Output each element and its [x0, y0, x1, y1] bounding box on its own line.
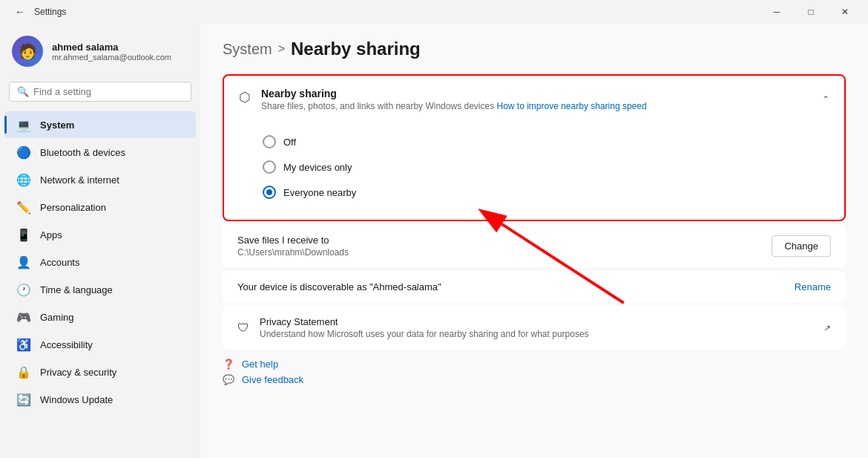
- privacy-text-block: Privacy Statement Understand how Microso…: [260, 316, 589, 339]
- content-wrapper: System > Nearby sharing ⬡ Nearby sharing…: [223, 39, 846, 391]
- nav-icon-system: 💻: [16, 117, 31, 132]
- feedback-icon: 💬: [223, 374, 234, 385]
- nearby-sharing-options: Off My devices only Everyone nearby: [224, 123, 844, 220]
- privacy-title: Privacy Statement: [260, 316, 589, 327]
- sidebar-item-bluetooth[interactable]: 🔵Bluetooth & devices: [4, 139, 196, 166]
- sidebar-item-apps[interactable]: 📱Apps: [4, 221, 196, 248]
- search-input[interactable]: [33, 86, 183, 97]
- sidebar: 🧑 ahmed salama mr.ahmed_salama@outlook.c…: [0, 24, 200, 458]
- nav-label-system: System: [40, 120, 74, 131]
- minimize-button[interactable]: ─: [760, 0, 794, 24]
- nav-icon-privacy: 🔒: [16, 364, 31, 379]
- window-controls: ─ □ ✕: [760, 0, 862, 24]
- nav-icon-accounts: 👤: [16, 255, 31, 269]
- sidebar-item-accessibility[interactable]: ♿Accessibility: [4, 331, 196, 358]
- radio-option-off[interactable]: Off: [263, 129, 829, 154]
- radio-circle-everyone: [263, 186, 276, 199]
- sidebar-item-system[interactable]: 💻System: [4, 111, 196, 138]
- nav-label-network: Network & internet: [40, 174, 119, 186]
- give-feedback-link[interactable]: 💬 Give feedback: [223, 374, 846, 385]
- radio-option-everyone[interactable]: Everyone nearby: [263, 180, 829, 205]
- nav-label-accessibility: Accessibility: [40, 339, 93, 350]
- save-files-right: Change: [772, 235, 831, 257]
- nav-label-accounts: Accounts: [40, 257, 79, 268]
- back-button[interactable]: ←: [12, 3, 28, 21]
- nav-container: 💻System🔵Bluetooth & devices🌐Network & in…: [0, 111, 200, 413]
- profile-email: mr.ahmed_salama@outlook.com: [52, 53, 171, 62]
- help-icon: ❓: [223, 359, 234, 370]
- main-layout: 🧑 ahmed salama mr.ahmed_salama@outlook.c…: [0, 24, 868, 458]
- footer-links: ❓ Get help 💬 Give feedback: [223, 353, 846, 391]
- radio-label-my-devices: My devices only: [283, 162, 352, 173]
- nav-label-gaming: Gaming: [40, 312, 74, 323]
- avatar: 🧑: [12, 36, 43, 67]
- nav-label-privacy: Privacy & security: [40, 367, 116, 378]
- nav-icon-network: 🌐: [16, 172, 31, 187]
- radio-circle-off: [263, 135, 276, 148]
- nav-icon-time: 🕐: [16, 282, 31, 297]
- change-button[interactable]: Change: [772, 235, 831, 257]
- nav-label-personalization: Personalization: [40, 202, 106, 213]
- rename-link[interactable]: Rename: [795, 281, 831, 292]
- nav-label-windows-update: Windows Update: [40, 394, 113, 405]
- app-title: Settings: [34, 7, 66, 17]
- shield-icon: 🛡: [237, 321, 249, 335]
- nearby-sharing-card: ⬡ Nearby sharing Share files, photos, an…: [223, 74, 846, 221]
- nav-icon-apps: 📱: [16, 227, 31, 242]
- sharing-icon: ⬡: [239, 89, 251, 105]
- sidebar-item-accounts[interactable]: 👤Accounts: [4, 249, 196, 275]
- nav-icon-gaming: 🎮: [16, 310, 31, 324]
- close-button[interactable]: ✕: [828, 0, 862, 24]
- sidebar-item-network[interactable]: 🌐Network & internet: [4, 166, 196, 193]
- sidebar-item-time[interactable]: 🕐Time & language: [4, 276, 196, 303]
- card-header-left: ⬡ Nearby sharing Share files, photos, an…: [239, 88, 647, 111]
- content-area: System > Nearby sharing ⬡ Nearby sharing…: [200, 24, 868, 458]
- nearby-sharing-subtitle: Share files, photos, and links with near…: [261, 101, 647, 111]
- device-name-text: Your device is discoverable as "Ahmed-sa…: [237, 281, 441, 292]
- nav-label-bluetooth: Bluetooth & devices: [40, 147, 125, 158]
- sidebar-item-gaming[interactable]: 🎮Gaming: [4, 304, 196, 330]
- breadcrumb: System > Nearby sharing: [223, 39, 846, 59]
- sidebar-item-personalization[interactable]: ✏️Personalization: [4, 194, 196, 220]
- maximize-button[interactable]: □: [794, 0, 828, 24]
- save-files-left: Save files I receive to C:\Users\mrahm\D…: [237, 235, 349, 258]
- search-box[interactable]: 🔍: [9, 82, 191, 102]
- privacy-left: 🛡 Privacy Statement Understand how Micro…: [237, 316, 589, 339]
- profile-info: ahmed salama mr.ahmed_salama@outlook.com: [52, 42, 171, 62]
- improve-speed-link[interactable]: How to improve nearby sharing speed: [497, 101, 647, 111]
- breadcrumb-sep: >: [278, 42, 285, 56]
- external-link-icon[interactable]: ↗: [823, 323, 831, 333]
- search-icon: 🔍: [17, 86, 29, 97]
- card-title-block: Nearby sharing Share files, photos, and …: [261, 88, 647, 111]
- nav-icon-windows-update: 🔄: [16, 392, 31, 407]
- radio-label-off: Off: [283, 137, 296, 148]
- sidebar-item-privacy[interactable]: 🔒Privacy & security: [4, 359, 196, 385]
- nav-icon-bluetooth: 🔵: [16, 145, 31, 160]
- profile-section: 🧑 ahmed salama mr.ahmed_salama@outlook.c…: [0, 30, 200, 79]
- nearby-sharing-header: ⬡ Nearby sharing Share files, photos, an…: [224, 76, 844, 123]
- device-name-row: Your device is discoverable as "Ahmed-sa…: [223, 271, 846, 303]
- breadcrumb-current: Nearby sharing: [291, 39, 421, 59]
- nearby-sharing-title: Nearby sharing: [261, 88, 647, 99]
- nav-label-apps: Apps: [40, 229, 62, 241]
- nav-icon-accessibility: ♿: [16, 337, 31, 352]
- privacy-row: 🛡 Privacy Statement Understand how Micro…: [223, 306, 846, 350]
- save-files-title: Save files I receive to: [237, 235, 349, 246]
- get-help-link[interactable]: ❓ Get help: [223, 359, 846, 370]
- radio-label-everyone: Everyone nearby: [283, 187, 356, 198]
- radio-option-my-devices[interactable]: My devices only: [263, 154, 829, 180]
- profile-name: ahmed salama: [52, 42, 171, 53]
- sidebar-item-windows-update[interactable]: 🔄Windows Update: [4, 386, 196, 413]
- card-chevron-icon[interactable]: ⌃: [822, 94, 829, 105]
- radio-circle-my-devices: [263, 160, 276, 174]
- breadcrumb-parent: System: [223, 41, 272, 58]
- nav-label-time: Time & language: [40, 284, 113, 295]
- save-files-path: C:\Users\mrahm\Downloads: [237, 247, 349, 258]
- nav-icon-personalization: ✏️: [16, 200, 31, 215]
- save-files-row: Save files I receive to C:\Users\mrahm\D…: [223, 224, 846, 268]
- title-bar: ← Settings ─ □ ✕: [0, 0, 868, 24]
- privacy-subtitle: Understand how Microsoft uses your data …: [260, 329, 589, 339]
